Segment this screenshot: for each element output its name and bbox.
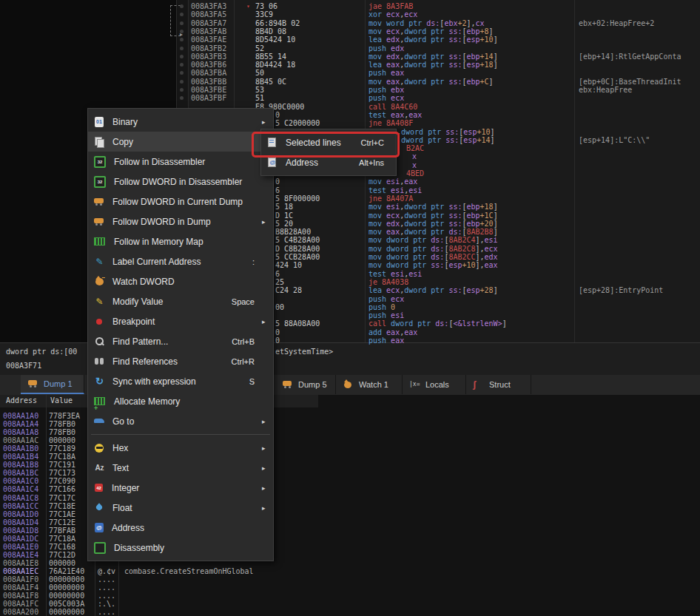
tab-locals[interactable]: |x=Locals	[403, 375, 466, 394]
instr-token: 8A408F	[386, 119, 413, 127]
menu-item-label-current-address[interactable]: ✎Label Current Address:	[88, 251, 273, 271]
disasm-instruction: mov word ptr ds:[ebx+2],cx	[368, 19, 485, 27]
menu-item-breakpoint[interactable]: Breakpoint▸	[88, 311, 273, 331]
breakpoint-dot[interactable]	[180, 80, 184, 84]
disasm-row[interactable]: ▾008A3FA373 06jae 8A3FAB	[0, 2, 700, 10]
instr-token: 8A4C60	[391, 103, 417, 111]
disasm-instruction: x	[412, 152, 417, 160]
dump-row[interactable]: 008AA1EC76A21E40@.¢vcombase.CreateStream…	[0, 567, 700, 575]
submenu-item-address[interactable]: @AddressAlt+Ins	[261, 152, 396, 172]
menu-item-find-references[interactable]: Find ReferencesCtrl+R	[88, 351, 273, 371]
menu-item-watch-dword[interactable]: Watch DWORD	[88, 271, 273, 291]
breakpoint-dot[interactable]	[180, 21, 184, 25]
menu-item-follow-in-memory-map[interactable]: Follow in Memory Map	[88, 231, 273, 251]
breakpoint-dot[interactable]	[180, 47, 184, 50]
instr-token: ss:	[431, 261, 444, 269]
disasm-row[interactable]: 008A3FBF51push ecx	[0, 94, 700, 102]
disasm-row[interactable]: 008A3FBB8B45 0Cmov eax,dword ptr ss:[ebp…	[0, 78, 700, 86]
tab-struct[interactable]: ʃStruct	[466, 375, 531, 394]
tab-watch-1[interactable]: Watch 1	[336, 375, 403, 394]
menu-item-follow-in-disassembler[interactable]: 32Follow in Disassembler	[88, 152, 273, 172]
disasm-row[interactable]: 008A3FB38B55 14mov edx,dword ptr ss:[ebp…	[0, 53, 700, 61]
tab-dump-1[interactable]: Dump 1	[21, 375, 84, 394]
disasm-row[interactable]: 008A3FA766:894B 02mov word ptr ds:[ebx+2…	[0, 19, 700, 27]
menu-item-disassembly[interactable]: Disassembly	[88, 538, 273, 558]
jump-direction-icon: ▾	[246, 2, 250, 10]
instr-token: ecx	[386, 286, 400, 294]
disasm-row[interactable]: 008A3FBE53push ebxebx:HeapFree	[0, 86, 700, 94]
disasm-address: 008A3FA5	[191, 10, 226, 18]
dump-value: 77BFAB	[49, 527, 75, 535]
dump-value: 000000	[49, 436, 75, 444]
menu-item-sync-with-expression[interactable]: ↻Sync with expressionS	[88, 371, 273, 391]
menu-item-float[interactable]: Float▸	[88, 498, 273, 518]
dump-value: 77C189	[49, 444, 75, 453]
submenu-item-selected-lines[interactable]: Selected linesCtrl+C	[261, 132, 396, 152]
instr-token: dword ptr	[386, 236, 431, 244]
disasm-row[interactable]: 008A3FAE8D5424 10lea edx,dword ptr ss:[e…	[0, 35, 700, 44]
menu-item-follow-dword-in-disassembler[interactable]: 32Follow DWORD in Disassembler	[88, 172, 273, 192]
menu-item-copy[interactable]: Copy▸	[88, 132, 273, 152]
breakpoint-dot[interactable]	[180, 4, 184, 8]
menu-item-modify-value[interactable]: ✎Modify ValueSpace	[88, 291, 273, 311]
dump-row[interactable]: 008AA1F800000000....	[0, 592, 700, 600]
menu-item-integer[interactable]: 42Integer▸	[88, 478, 273, 498]
dump-value: 77C12D	[49, 551, 75, 559]
menu-item-label: Follow in Disassembler	[114, 157, 262, 167]
disasm-instruction: mov ecx,dword ptr ss:[ebp+8]	[368, 27, 494, 35]
dump-row[interactable]: 008AA1F000000000....	[0, 575, 700, 583]
disasm-instruction: test esi,esi	[368, 186, 422, 194]
menu-item-shortcut: :	[252, 257, 255, 266]
disasm-row[interactable]: 008A3FAB8B4D 08mov ecx,dword ptr ss:[ebp…	[0, 27, 700, 35]
menu-item-follow-dword-in-current-dump[interactable]: Follow DWORD in Current Dump	[88, 192, 273, 211]
menu-item-hex[interactable]: Hex▸	[88, 438, 273, 458]
disasm-row[interactable]: 008A3FBA50push eax	[0, 69, 700, 77]
disasm-bytes: 52	[255, 44, 264, 53]
instr-token: je	[368, 278, 382, 286]
instr-token: mov	[368, 203, 386, 211]
at-icon: @	[95, 523, 104, 532]
menu-item-go-to[interactable]: Go to▸	[88, 411, 273, 431]
menu-item-text[interactable]: AzText▸	[88, 458, 273, 478]
dump-row[interactable]: 008AA20000000000....	[0, 608, 700, 616]
menu-item-binary[interactable]: 01Binary▸	[88, 112, 273, 132]
disasm-row[interactable]: 008A3FB252push edx	[0, 44, 700, 53]
instr-token: ]	[494, 53, 498, 61]
instr-token: ]	[490, 136, 494, 144]
instr-token: dword ptr	[404, 35, 448, 44]
menu-item-find-pattern-[interactable]: Find Pattern...Ctrl+B	[88, 331, 273, 351]
instr-token: +2	[457, 19, 466, 27]
dump-address: 008AA1B4	[3, 453, 38, 461]
instr-token: push	[368, 94, 391, 102]
disasm-row[interactable]: 008A3FB68D4424 18lea eax,dword ptr ss:[e…	[0, 61, 700, 69]
menu-item-follow-dword-in-dump[interactable]: Follow DWORD in Dump▸	[88, 211, 273, 231]
instr-token: edx	[485, 253, 498, 261]
instr-token: dword ptr	[404, 53, 448, 61]
menu-item-shortcut: Ctrl+B	[232, 337, 255, 346]
disasm-bytes: 8D4424 18	[255, 61, 295, 69]
menu-item-address[interactable]: @Address	[88, 518, 273, 538]
dump-address: 008AA1A4	[3, 420, 38, 428]
tab-label: Dump 5	[298, 380, 327, 389]
instr-token: dword ptr	[401, 128, 445, 136]
disasm-comment: ebx:HeapFree	[579, 86, 632, 94]
menu-item-shortcut: Ctrl+R	[232, 357, 255, 366]
dump-row[interactable]: 008AA1F400000000....	[0, 583, 700, 592]
disasm-row[interactable]: 008A3FA533C9xor ecx,ecx	[0, 10, 700, 18]
instr-token: dword ptr	[386, 245, 431, 253]
breakpoint-dot[interactable]	[180, 30, 184, 33]
disasm-instruction: jae 8A3FAB	[368, 2, 413, 10]
instr-token: ],	[476, 253, 485, 261]
disasm-instruction: lea eax,dword ptr ss:[esp+18]	[368, 61, 498, 69]
menu-item-allocate-memory[interactable]: Allocate Memory	[88, 391, 273, 411]
tab-dump-5[interactable]: Dump 5	[275, 375, 336, 394]
disasm-instruction: jne 8A407A	[368, 194, 413, 203]
breakpoint-dot[interactable]	[180, 88, 184, 92]
dump-row[interactable]: 008AA1FC005C003A:.\.	[0, 600, 700, 608]
tab-label: Locals	[425, 380, 449, 389]
instr-token: push	[368, 336, 391, 345]
dump-ascii: ....	[98, 575, 115, 583]
instr-token: jae	[368, 2, 386, 10]
instr-token: esp	[467, 61, 480, 69]
breakpoint-dot[interactable]	[180, 55, 184, 58]
